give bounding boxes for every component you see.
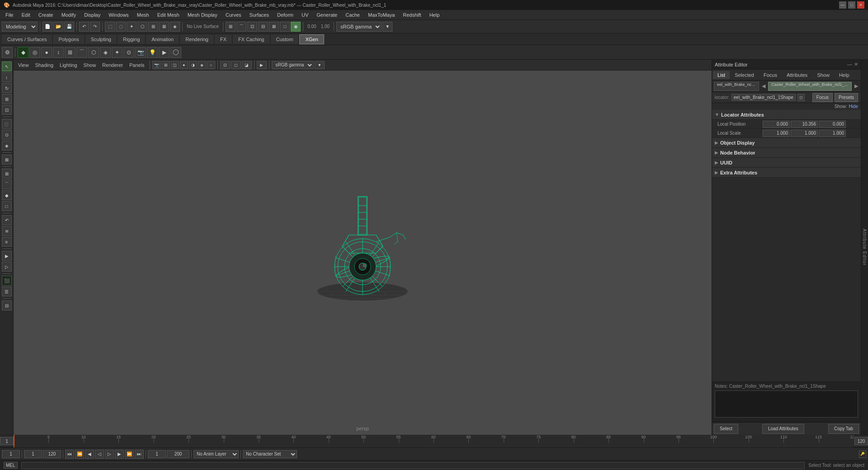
notes-content-area[interactable] <box>715 390 858 418</box>
presets-button[interactable]: Presets <box>835 93 858 102</box>
prev-frame-button[interactable]: ◀ <box>85 450 94 459</box>
move-tool-button[interactable]: ↕ <box>2 72 12 82</box>
paint-select-button[interactable]: ◈ <box>2 141 12 150</box>
render-region[interactable]: □ <box>280 22 290 32</box>
playblast-btn[interactable]: ▶ <box>257 61 267 69</box>
tab-polygons[interactable]: Polygons <box>53 35 85 44</box>
redo-button[interactable]: ↷ <box>90 22 100 32</box>
local-position-y-input[interactable] <box>791 121 818 128</box>
snap-curve[interactable]: ⌒ <box>236 22 246 32</box>
tab-rigging[interactable]: Rigging <box>118 35 146 44</box>
show-manipulator-button[interactable]: ⊠ <box>2 155 12 164</box>
snap-to-view-button[interactable]: □ <box>2 201 12 211</box>
timeline-playhead[interactable] <box>14 435 14 447</box>
current-frame-field[interactable] <box>2 450 20 458</box>
menu-redshift[interactable]: Redshift <box>399 11 425 19</box>
color-dropdown-btn[interactable]: ▼ <box>315 61 325 69</box>
tab-fx-caching[interactable]: FX Caching <box>233 35 270 44</box>
soft-select-button[interactable]: ◌ <box>2 119 12 129</box>
menu-curves[interactable]: Curves <box>222 11 245 19</box>
brush-button[interactable]: ✦ <box>127 22 137 32</box>
attr-tab-focus[interactable]: Focus <box>759 71 782 79</box>
menu-modify[interactable]: Modify <box>58 11 80 19</box>
snap-point[interactable]: ⊡ <box>247 22 257 32</box>
menu-generate[interactable]: Generate <box>313 11 341 19</box>
frame-end-input[interactable] <box>854 437 868 445</box>
tab-xgen[interactable]: XGen <box>299 34 324 44</box>
menu-create[interactable]: Create <box>35 11 57 19</box>
menu-file[interactable]: File <box>2 11 17 19</box>
focus-button[interactable]: Focus <box>812 93 833 102</box>
range-end-field[interactable] <box>167 450 189 458</box>
mode-dropdown[interactable]: Modeling Rigging Animation <box>2 22 38 32</box>
eye-icon[interactable]: ◎ <box>29 47 40 58</box>
more-left2[interactable]: ☰ <box>2 287 12 296</box>
more-btn2[interactable]: ◈ <box>170 22 180 32</box>
snap-view[interactable]: ⊠ <box>269 22 279 32</box>
shaded-btn[interactable]: ◑ <box>189 61 197 69</box>
menu-edit[interactable]: Edit <box>18 11 34 19</box>
show-menu[interactable]: Show <box>81 61 99 69</box>
extra-attributes-section[interactable]: ▶ Extra Attributes <box>712 168 861 178</box>
local-scale-z-input[interactable] <box>819 130 846 137</box>
local-position-x-input[interactable] <box>763 121 790 128</box>
go-to-start-button[interactable]: ⏮ <box>65 450 74 459</box>
ortho-btn[interactable]: ◻ <box>231 61 241 69</box>
graph-editor-button[interactable]: ≋ <box>2 226 12 236</box>
snap-icon[interactable]: ◈ <box>100 47 111 58</box>
ipr-render-button[interactable]: ▷ <box>2 262 12 272</box>
color-space-select[interactable]: sRGB gamma <box>272 61 314 69</box>
arrow-icon[interactable]: ↕ <box>53 47 64 58</box>
wireframe-btn[interactable]: ◫ <box>171 61 179 69</box>
uuid-section[interactable]: ▶ UUID <box>712 158 861 168</box>
attr-node-prev-btn[interactable]: eel_with_Brake_ncl1_1 <box>714 82 759 91</box>
maximize-button[interactable]: □ <box>848 1 855 9</box>
auto-key-button[interactable]: 🔑 <box>859 451 866 458</box>
settings-gear-icon[interactable]: ⚙ <box>2 47 13 58</box>
color-settings-button[interactable]: ▼ <box>382 22 392 32</box>
open-scene-button[interactable]: 📂 <box>53 22 63 32</box>
tab-custom[interactable]: Custom <box>271 35 299 44</box>
snap-to-grid-button[interactable]: ⊞ <box>2 169 12 179</box>
select-button[interactable]: ⬚ <box>105 22 115 32</box>
next-frame-button[interactable]: ▶ <box>115 450 124 459</box>
menu-mesh[interactable]: Mesh <box>133 11 153 19</box>
menu-display[interactable]: Display <box>80 11 104 19</box>
node-behavior-section[interactable]: ▶ Node Behavior <box>712 148 861 158</box>
more-left1[interactable]: ⬛ <box>2 276 12 286</box>
anim-layer-dropdown[interactable]: No Anim Layer <box>193 450 239 458</box>
mel-input[interactable] <box>21 462 805 469</box>
snap-to-curve-button[interactable]: ⌒ <box>2 179 12 189</box>
new-scene-button[interactable]: 📄 <box>42 22 52 32</box>
paint-icon[interactable]: ✦ <box>112 47 123 58</box>
attr-tab-help[interactable]: Help <box>835 71 854 79</box>
attr-close-icon[interactable]: ✕ <box>854 61 858 67</box>
character-set-dropdown[interactable]: No Character Set <box>243 450 297 458</box>
panels-menu[interactable]: Panels <box>127 61 147 69</box>
frame-start-input[interactable] <box>0 437 14 445</box>
snap-button[interactable]: ⊞ <box>148 22 158 32</box>
transform-icon[interactable]: ⊞ <box>65 47 75 58</box>
menu-uv[interactable]: UV <box>298 11 312 19</box>
isolate-btn[interactable]: ○ <box>207 61 215 69</box>
lasso-button[interactable]: ◌ <box>116 22 126 32</box>
menu-mesh-display[interactable]: Mesh Display <box>184 11 221 19</box>
texture-btn[interactable]: ◈ <box>198 61 206 69</box>
menu-cache[interactable]: Cache <box>342 11 363 19</box>
timeline-ruler[interactable]: 5101520253035404550556065707580859095100… <box>14 435 854 447</box>
sculpt-icon[interactable]: ⊙ <box>123 47 134 58</box>
attr-tab-show[interactable]: Show <box>812 71 834 79</box>
select-tool-icon[interactable]: ◆ <box>18 47 28 58</box>
attr-node-current-btn[interactable]: Caster_Roller_Wheel_with_Brake_ncl1_1Sha… <box>768 82 852 91</box>
attr-node-next-arrow[interactable]: ▶ <box>854 83 859 89</box>
curve-icon[interactable]: ⌒ <box>76 47 87 58</box>
step-back-button[interactable]: ⏪ <box>75 450 84 459</box>
render-icon[interactable]: ▶ <box>159 47 170 58</box>
paint-button[interactable]: ⬡ <box>137 22 147 32</box>
play-forward-button[interactable]: ▷ <box>105 450 114 459</box>
step-forward-button[interactable]: ⏩ <box>125 450 134 459</box>
snap-grid[interactable]: ⊞ <box>226 22 236 32</box>
hexagon-icon[interactable]: ⬡ <box>170 47 181 58</box>
attr-tab-list[interactable]: List <box>713 71 730 79</box>
menu-surfaces[interactable]: Surfaces <box>246 11 273 19</box>
